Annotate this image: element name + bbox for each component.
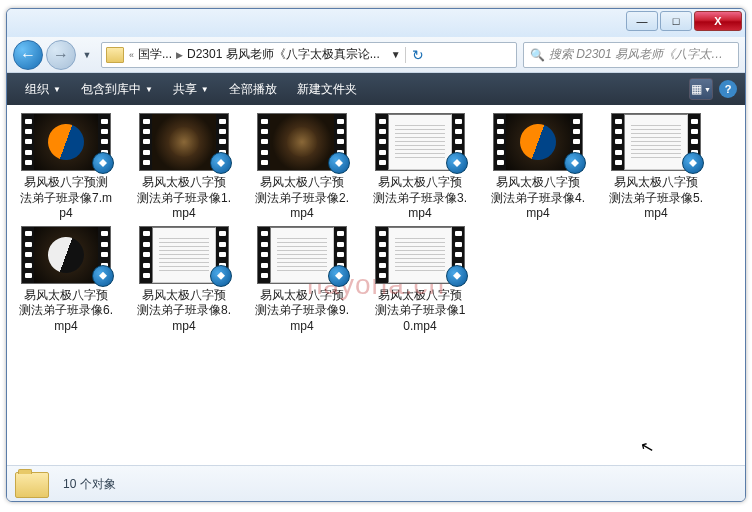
maximize-button[interactable]: □ [660,11,692,31]
file-name: 易风太极八字预测法弟子班录像6.mp4 [19,288,113,335]
organize-menu[interactable]: 组织▼ [15,73,71,105]
file-item[interactable]: 易风太极八字预测法弟子班录像2.mp4 [255,113,349,222]
file-name: 易风太极八字预测法弟子班录像8.mp4 [137,288,231,335]
search-box[interactable]: 🔍 搜索 D2301 易风老师《八字太极... [523,42,739,68]
video-badge-icon [446,265,468,287]
file-item[interactable]: 易风太极八字预测法弟子班录像1.mp4 [137,113,231,222]
close-button[interactable]: X [694,11,742,31]
help-button[interactable]: ? [719,80,737,98]
video-badge-icon [210,265,232,287]
crumb-sep-icon[interactable]: ▶ [175,50,184,60]
titlebar: — □ X [7,9,745,37]
back-button[interactable]: ← [13,40,43,70]
status-folder-icon [15,472,49,498]
video-badge-icon [210,152,232,174]
file-thumbnail [257,226,347,284]
address-bar[interactable]: « 国学... ▶ D2301 易风老师《八字太极真宗论... ▼ ↻ [101,42,517,68]
crumb-1[interactable]: 国学... [135,46,175,63]
view-options-button[interactable]: ▦▼ [689,78,713,100]
share-menu[interactable]: 共享▼ [163,73,219,105]
newfolder-button[interactable]: 新建文件夹 [287,73,367,105]
refresh-button[interactable]: ↻ [405,47,431,63]
file-thumbnail [493,113,583,171]
video-badge-icon [328,265,350,287]
command-toolbar: 组织▼ 包含到库中▼ 共享▼ 全部播放 新建文件夹 ▦▼ ? [7,73,745,105]
file-thumbnail [375,226,465,284]
file-item[interactable]: 易风太极八字预测法弟子班录像6.mp4 [19,226,113,335]
address-dropdown-icon[interactable]: ▼ [383,49,405,60]
file-thumbnail [611,113,701,171]
file-item[interactable]: 易风太极八字预测法弟子班录像8.mp4 [137,226,231,335]
file-thumbnail [257,113,347,171]
file-name: 易风太极八字预测法弟子班录像2.mp4 [255,175,349,222]
include-menu[interactable]: 包含到库中▼ [71,73,163,105]
file-thumbnail [139,226,229,284]
file-name: 易风太极八字预测法弟子班录像9.mp4 [255,288,349,335]
folder-icon [106,47,124,63]
video-badge-icon [92,265,114,287]
crumb-2[interactable]: D2301 易风老师《八字太极真宗论... [184,46,383,63]
search-icon: 🔍 [530,48,545,62]
video-badge-icon [328,152,350,174]
status-text: 10 个对象 [63,476,116,493]
crumb-overflow[interactable]: « [128,50,135,60]
forward-button[interactable]: → [46,40,76,70]
video-badge-icon [92,152,114,174]
cursor-icon: ↖ [638,437,655,459]
file-item[interactable]: 易风极八字预测法弟子班录像7.mp4 [19,113,113,222]
video-badge-icon [682,152,704,174]
file-name: 易风太极八字预测法弟子班录像4.mp4 [491,175,585,222]
file-item[interactable]: 易风太极八字预测法弟子班录像9.mp4 [255,226,349,335]
file-name: 易风太极八字预测法弟子班录像10.mp4 [373,288,467,335]
status-bar: 10 个对象 [7,465,745,502]
search-placeholder: 搜索 D2301 易风老师《八字太极... [549,46,732,63]
playall-button[interactable]: 全部播放 [219,73,287,105]
minimize-button[interactable]: — [626,11,658,31]
file-name: 易风太极八字预测法弟子班录像1.mp4 [137,175,231,222]
file-list-pane[interactable]: nayona.cn ↖ 易风极八字预测法弟子班录像7.mp4易风太极八字预测法弟… [7,105,745,465]
file-item[interactable]: 易风太极八字预测法弟子班录像4.mp4 [491,113,585,222]
video-badge-icon [564,152,586,174]
nav-history-dropdown[interactable]: ▼ [79,44,95,66]
file-name: 易风太极八字预测法弟子班录像5.mp4 [609,175,703,222]
file-name: 易风极八字预测法弟子班录像7.mp4 [19,175,113,222]
explorer-window: — □ X ← → ▼ « 国学... ▶ D2301 易风老师《八字太极真宗论… [6,8,746,502]
file-item[interactable]: 易风太极八字预测法弟子班录像3.mp4 [373,113,467,222]
video-badge-icon [446,152,468,174]
file-thumbnail [139,113,229,171]
file-item[interactable]: 易风太极八字预测法弟子班录像10.mp4 [373,226,467,335]
file-thumbnail [21,226,111,284]
nav-bar: ← → ▼ « 国学... ▶ D2301 易风老师《八字太极真宗论... ▼ … [7,37,745,73]
file-item[interactable]: 易风太极八字预测法弟子班录像5.mp4 [609,113,703,222]
file-thumbnail [21,113,111,171]
file-name: 易风太极八字预测法弟子班录像3.mp4 [373,175,467,222]
file-thumbnail [375,113,465,171]
